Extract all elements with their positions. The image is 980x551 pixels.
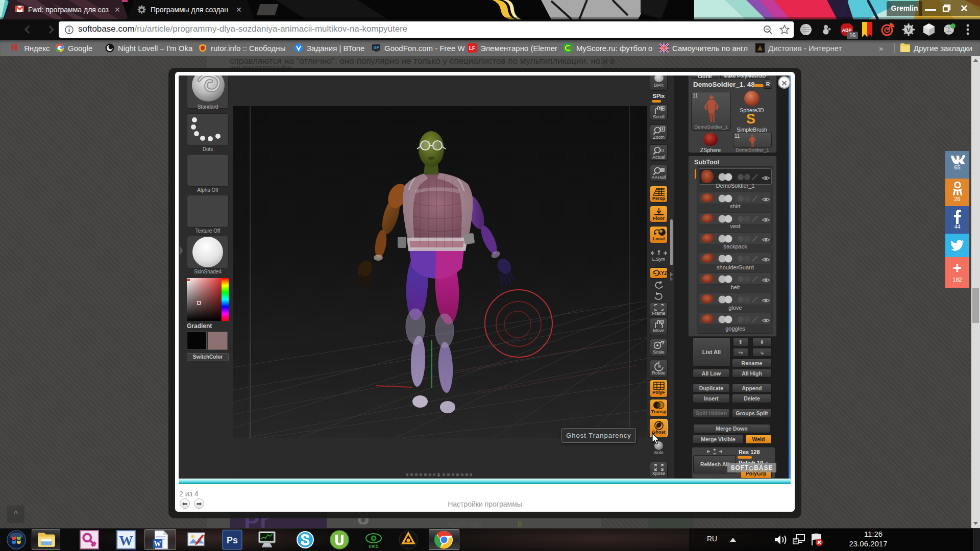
svg-text:XYZ: XYZ <box>657 270 667 276</box>
svg-text:LF: LF <box>469 45 475 51</box>
svg-text:Ps: Ps <box>227 535 238 545</box>
svg-text:W: W <box>154 540 161 548</box>
svg-text:emb: emb <box>369 543 379 549</box>
svg-text:x1: x1 <box>660 148 665 153</box>
svg-text:GF: GF <box>373 45 379 50</box>
svg-text:V: V <box>906 26 911 34</box>
svg-text:W: W <box>119 533 133 548</box>
